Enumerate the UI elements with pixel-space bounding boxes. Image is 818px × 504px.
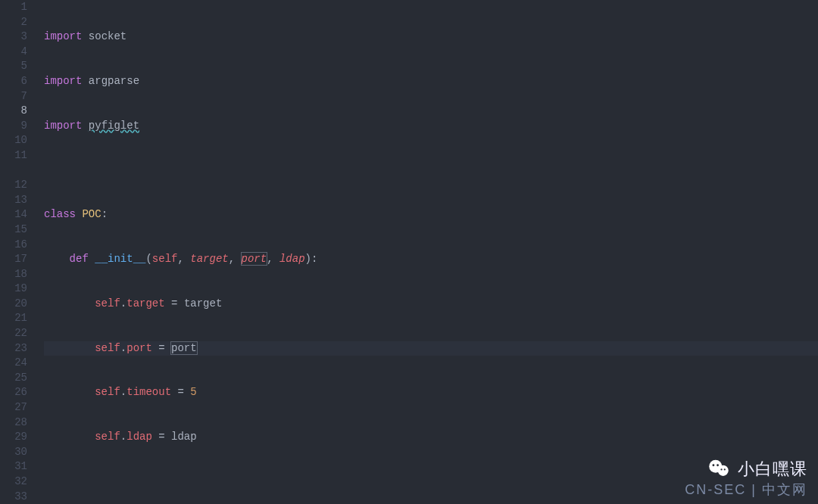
code-line: import argparse <box>44 74 818 89</box>
code-line: self.timeout = 5 <box>44 385 818 400</box>
code-line: import pyfiglet <box>44 119 818 134</box>
code-line: self.target = target <box>44 297 818 312</box>
code-area[interactable]: import socket import argparse import pyf… <box>38 0 818 504</box>
code-line <box>44 163 818 179</box>
code-line: self.ldap = ldap <box>44 430 818 445</box>
code-line: def __init__(self, target, port, ldap): <box>44 252 818 267</box>
code-line <box>44 474 818 490</box>
code-editor[interactable]: 1234567891011121314151617181920212223242… <box>0 0 818 504</box>
code-line-active: self.port = port <box>44 341 818 356</box>
code-line: import socket <box>44 30 818 45</box>
line-number-gutter: 1234567891011121314151617181920212223242… <box>0 0 38 504</box>
code-line: class POC: <box>44 207 818 222</box>
